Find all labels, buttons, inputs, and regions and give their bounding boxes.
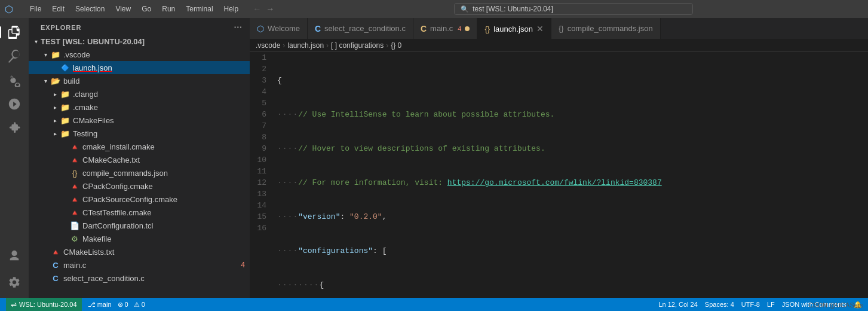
tab-main-c[interactable]: C main.c 4 <box>413 18 478 39</box>
back-arrow[interactable]: ← <box>253 4 261 14</box>
tab-compile-commands[interactable]: {} compile_commands.json <box>551 18 661 39</box>
code-content[interactable]: { ····// Use IntelliSense to learn about… <box>274 52 868 298</box>
tree-select-race[interactable]: C select_race_condition.c <box>29 272 250 285</box>
sidebar-header: EXPLORER ⋯ <box>29 18 250 35</box>
launch-json-close[interactable]: ✕ <box>536 25 544 33</box>
cpackconfig-icon: 🔺 <box>69 181 80 191</box>
new-file-icon[interactable]: ⋯ <box>234 23 243 32</box>
tree-main-c[interactable]: C main.c 4 <box>29 258 250 272</box>
main-c-icon: C <box>50 260 61 270</box>
menu-help[interactable]: Help <box>219 4 244 14</box>
cmake-folder-icon: 📁 <box>60 102 70 112</box>
menu-file[interactable]: File <box>25 4 46 14</box>
activity-bar <box>0 18 29 298</box>
tree-cmakecache[interactable]: 🔺 CMakeCache.txt <box>29 153 250 166</box>
tree-cmake-install[interactable]: 🔺 cmake_install.cmake <box>29 140 250 153</box>
cmakecache-icon: 🔺 <box>69 154 80 165</box>
ln-2: 2 <box>254 63 266 75</box>
code-line-5: ····"version": "0.2.0", <box>277 211 868 222</box>
search-area: 🔍 test [WSL: Ubuntu-20.04] <box>284 3 863 15</box>
tree-dartconfig[interactable]: 📄 DartConfiguration.tcl <box>29 219 250 232</box>
tree-cpackconfig[interactable]: 🔺 CPackConfig.cmake <box>29 179 250 193</box>
activity-search[interactable] <box>4 45 25 67</box>
code-editor[interactable]: 1 2 3 4 5 6 7 8 9 10 11 12 13 14 15 16 {… <box>250 52 868 298</box>
ln-8: 8 <box>254 132 266 143</box>
eol-item[interactable]: LF <box>767 301 775 308</box>
menu-edit[interactable]: Edit <box>47 4 69 14</box>
tree-launch-json[interactable]: 🔷 launch.json <box>29 61 250 74</box>
ln-9: 9 <box>254 143 266 154</box>
breadcrumb-vscode[interactable]: .vscode <box>256 41 280 50</box>
activity-settings[interactable] <box>4 272 25 293</box>
menu-selection[interactable]: Selection <box>70 4 109 14</box>
sidebar: EXPLORER ⋯ TEST [WSL: UBUNTU-20.04] 📁 .v… <box>29 18 250 298</box>
activity-extensions[interactable] <box>4 117 25 139</box>
select-race-icon: C <box>50 273 61 283</box>
activity-explorer[interactable] <box>4 22 25 43</box>
tab-select-race[interactable]: C select_race_condition.c <box>308 18 413 39</box>
remote-icon: ⇌ <box>11 300 17 309</box>
wsl-label: WSL: Ubuntu-20.04 <box>19 301 77 308</box>
breadcrumb-launch[interactable]: launch.json <box>287 41 324 50</box>
explorer-label: EXPLORER <box>41 24 82 31</box>
breadcrumb-sep1: › <box>283 41 285 50</box>
tab-welcome[interactable]: ⬡ Welcome <box>250 18 308 39</box>
launch-json-label: launch.json <box>73 63 112 72</box>
wsl-indicator[interactable]: ⇌ WSL: Ubuntu-20.04 <box>6 298 82 311</box>
tab-launch-json[interactable]: {} launch.json ✕ <box>477 18 551 39</box>
dartconfig-label: DartConfiguration.tcl <box>82 221 154 230</box>
branch-item[interactable]: ⎇ main <box>88 301 112 309</box>
tree-testing[interactable]: 📁 Testing <box>29 127 250 140</box>
activity-run[interactable] <box>4 93 25 115</box>
menu-view[interactable]: View <box>111 4 136 14</box>
tree-root[interactable]: TEST [WSL: UBUNTU-20.04] <box>29 35 250 48</box>
spaces-item[interactable]: Spaces: 4 <box>705 301 734 308</box>
clangd-icon: 📁 <box>60 89 70 99</box>
branch-label: main <box>97 301 112 308</box>
errors-label: 0 <box>125 301 128 308</box>
tree-ctestfile[interactable]: 🔺 CTestTestfile.cmake <box>29 206 250 219</box>
warnings-label: 0 <box>142 301 145 308</box>
tree-compile-commands[interactable]: {} compile_commands.json <box>29 166 250 179</box>
tree-cmakefiles[interactable]: 📁 CMakeFiles <box>29 114 250 127</box>
cpacksource-icon: 🔺 <box>69 194 80 205</box>
activity-accounts[interactable] <box>4 245 25 267</box>
vscode-folder-label: .vscode <box>63 50 90 59</box>
tree-cmakelists[interactable]: 🔺 CMakeLists.txt <box>29 245 250 258</box>
tab-launch-json-label: launch.json <box>493 25 533 33</box>
tree-cpacksource[interactable]: 🔺 CPackSourceConfig.cmake <box>29 193 250 206</box>
editor-area: ⬡ Welcome C select_race_condition.c C ma… <box>250 18 868 298</box>
tree-makefile[interactable]: ⚙ Makefile <box>29 232 250 245</box>
forward-arrow[interactable]: → <box>266 4 274 14</box>
vscode-logo: ⬡ <box>5 4 13 15</box>
cmakefiles-icon: 📁 <box>60 115 70 126</box>
errors-item[interactable]: ⊗ 0 ⚠ 0 <box>118 301 145 309</box>
menu-terminal[interactable]: Terminal <box>181 4 217 14</box>
welcome-tab-icon: ⬡ <box>257 24 264 33</box>
ln-6: 6 <box>254 109 266 120</box>
ln-16: 16 <box>254 222 266 234</box>
build-folder-icon: 📂 <box>50 75 61 86</box>
breadcrumb-item0[interactable]: {} 0 <box>391 41 401 50</box>
ln-14: 14 <box>254 200 266 211</box>
menu-run[interactable]: Run <box>157 4 180 14</box>
code-line-4: ····// For more information, visit: http… <box>277 177 868 188</box>
tree-clangd[interactable]: 📁 .clangd <box>29 87 250 100</box>
code-line-6: ····"configurations": [ <box>277 245 868 257</box>
nav-arrows: ← → <box>253 4 274 14</box>
clangd-label: .clangd <box>73 90 98 99</box>
encoding-item[interactable]: UTF-8 <box>741 301 760 308</box>
testing-icon: 📁 <box>60 128 70 139</box>
cmake-install-icon: 🔺 <box>69 141 80 152</box>
tree-cmake-folder[interactable]: 📁 .cmake <box>29 100 250 114</box>
root-arrow <box>31 35 41 48</box>
activity-source-control[interactable] <box>4 69 25 91</box>
search-box[interactable]: 🔍 test [WSL: Ubuntu-20.04] <box>454 3 693 15</box>
menu-go[interactable]: Go <box>137 4 156 14</box>
tab-main-c-label: main.c <box>430 24 453 33</box>
main-c-tab-badge: 4 <box>458 25 461 32</box>
breadcrumb-configurations[interactable]: [ ] configurations <box>331 41 384 50</box>
tree-vscode-folder[interactable]: 📁 .vscode <box>29 48 250 61</box>
position-item[interactable]: Ln 12, Col 24 <box>658 301 697 308</box>
tree-build-folder[interactable]: 📂 build <box>29 74 250 87</box>
